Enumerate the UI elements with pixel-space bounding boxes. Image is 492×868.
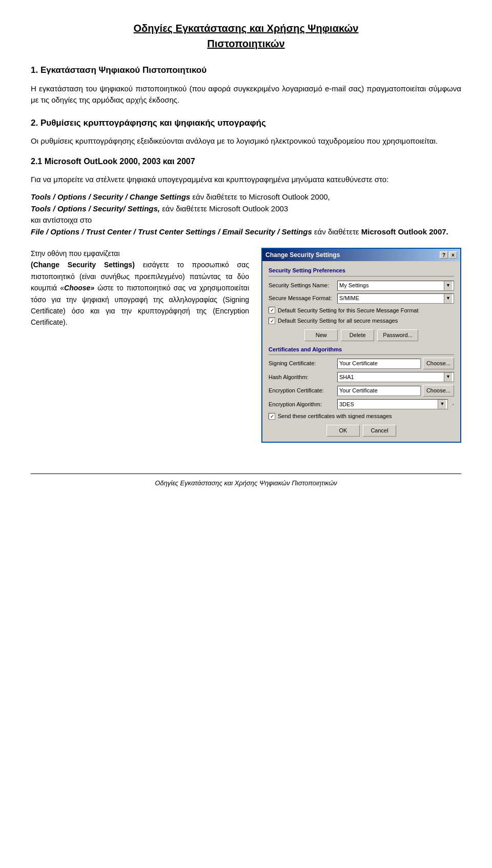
enc-algo-label: Encryption Algorithm: bbox=[269, 400, 335, 409]
dialog-title: Change Security Settings bbox=[265, 250, 340, 260]
enc-algo-row: Encryption Algorithm: 3DES ▼ · bbox=[269, 399, 454, 409]
page-footer: Οδηγίες Εγκατάστασης και Χρήσης Ψηφιακών… bbox=[31, 474, 461, 488]
dialog-titlebar: Change Security Settings ? × bbox=[262, 249, 460, 261]
dialog-checkbox3-label: Send these certificates with signed mess… bbox=[278, 412, 392, 421]
path3-bold2: Microsoft Outlook 2007. bbox=[361, 227, 448, 236]
enc-algo-value: 3DES bbox=[339, 400, 354, 409]
dialog-name-row: Security Settings Name: My Settings ▼ bbox=[269, 281, 454, 291]
footer-text: Οδηγίες Εγκατάστασης και Χρήσης Ψηφιακών… bbox=[155, 479, 337, 487]
left-column: Στην οθόνη που εμφανίζεται (Change Secur… bbox=[31, 248, 249, 334]
new-button[interactable]: New bbox=[304, 329, 338, 341]
hash-algo-dropdown[interactable]: SHA1 ▼ bbox=[337, 372, 454, 382]
left-choose-bold: Choose» bbox=[64, 284, 94, 292]
dialog-format-value: S/MIME bbox=[339, 294, 359, 303]
signing-choose-button[interactable]: Choose... bbox=[423, 358, 454, 369]
signing-cert-value: Your Certificate bbox=[339, 359, 378, 368]
dropdown-arrow-format-icon: ▼ bbox=[444, 294, 452, 303]
subsection21-title: 2.1 Microsoft OutLook 2000, 2003 και 200… bbox=[31, 155, 461, 168]
section2-title: 2. Ρυθμίσεις κρυπτογράφησης και ψηφιακής… bbox=[31, 116, 461, 130]
password-button[interactable]: Password... bbox=[377, 329, 418, 341]
signing-cert-dropdown[interactable]: Your Certificate bbox=[337, 359, 421, 369]
path-description: Tools / Options / Security / Change Sett… bbox=[31, 191, 461, 238]
hash-algo-row: Hash Algorithm: SHA1 ▼ bbox=[269, 372, 454, 382]
dialog-format-dropdown[interactable]: S/MIME ▼ bbox=[337, 293, 454, 304]
dialog-name-dropdown[interactable]: My Settings ▼ bbox=[337, 281, 454, 291]
change-security-settings-dialog: Change Security Settings ? × Security Se… bbox=[261, 248, 461, 443]
encryption-choose-button[interactable]: Choose... bbox=[423, 385, 454, 397]
dialog-name-value: My Settings bbox=[339, 281, 368, 290]
dialog-close-button[interactable]: × bbox=[449, 251, 457, 259]
dialog-checkbox1[interactable]: ✓ bbox=[269, 307, 275, 313]
path1-rest: εάν διαθέτετε το Microsoft Outlook 2000, bbox=[190, 192, 330, 201]
dialog-checkbox2-label: Default Security Setting for all secure … bbox=[278, 317, 398, 325]
encryption-cert-dropdown[interactable]: Your Certificate bbox=[337, 386, 421, 396]
left-text1: Στην οθόνη που εμφανίζεται bbox=[31, 249, 120, 258]
left-text2-bold: (Change Security Settings) bbox=[31, 261, 135, 269]
dialog-section1-title: Security Setting Preferences bbox=[269, 266, 454, 277]
enc-algo-dropdown[interactable]: 3DES ▼ bbox=[337, 399, 448, 409]
path1-bold: Tools / Options / Security / Change Sett… bbox=[31, 192, 190, 201]
encryption-cert-label: Encryption Certificate: bbox=[269, 386, 335, 395]
ok-button[interactable]: OK bbox=[326, 425, 360, 437]
dialog-help-button[interactable]: ? bbox=[440, 251, 448, 259]
dialog-body: Security Setting Preferences Security Se… bbox=[262, 261, 460, 442]
section1-title: 1. Εγκατάσταση Ψηφιακού Πιστοποιητικού bbox=[31, 64, 461, 77]
dropdown-arrow-icon: ▼ bbox=[444, 281, 452, 290]
cert-section-title: Certificates and Algorithms bbox=[269, 345, 454, 356]
cancel-button[interactable]: Cancel bbox=[363, 425, 396, 437]
section2-text: Οι ρυθμίσεις κρυπτογράφησης εξειδικεύοντ… bbox=[31, 135, 461, 147]
delete-button[interactable]: Delete bbox=[341, 329, 374, 341]
left-col-paragraph: Στην οθόνη που εμφανίζεται (Change Secur… bbox=[31, 248, 249, 328]
dialog-checkbox3[interactable]: ✓ bbox=[269, 413, 275, 420]
dialog-name-label: Security Settings Name: bbox=[269, 281, 335, 290]
path2-and: και αντίστοιχα στο bbox=[31, 215, 92, 224]
signing-cert-row: Signing Certificate: Your Certificate Ch… bbox=[269, 358, 454, 369]
right-column: Change Security Settings ? × Security Se… bbox=[261, 248, 461, 443]
path3-rest: εάν διαθέτετε bbox=[312, 227, 361, 236]
two-column-section: Στην οθόνη που εμφανίζεται (Change Secur… bbox=[31, 248, 461, 443]
dialog-checkbox3-row: ✓ Send these certificates with signed me… bbox=[269, 412, 454, 421]
dialog-format-row: Secure Message Format: S/MIME ▼ bbox=[269, 293, 454, 304]
dialog-new-delete-password-row: New Delete Password... bbox=[269, 329, 454, 341]
dialog-titlebar-buttons: ? × bbox=[440, 251, 457, 259]
path3-bold: File / Options / Trust Center / Trust Ce… bbox=[31, 227, 312, 236]
para1: Για να μπορείτε να στέλνετε ψηφιακά υπογ… bbox=[31, 174, 461, 186]
dialog-format-label: Secure Message Format: bbox=[269, 294, 335, 303]
section1-text: Η εγκατάσταση του ψηφιακού πιστοποιητικο… bbox=[31, 83, 461, 106]
dialog-ok-cancel-row: OK Cancel bbox=[269, 425, 454, 437]
encryption-cert-value: Your Certificate bbox=[339, 386, 378, 395]
dropdown-arrow-hash-icon: ▼ bbox=[444, 372, 452, 382]
signing-cert-label: Signing Certificate: bbox=[269, 359, 335, 368]
dropdown-arrow-enc-icon: ▼ bbox=[438, 400, 446, 409]
hash-algo-label: Hash Algorithm: bbox=[269, 373, 335, 382]
dialog-checkbox1-label: Default Security Setting for this Secure… bbox=[278, 306, 419, 315]
encryption-cert-row: Encryption Certificate: Your Certificate… bbox=[269, 385, 454, 397]
path2-bold: Tools / Options / Security/ Settings, bbox=[31, 204, 160, 213]
dialog-checkbox1-row: ✓ Default Security Setting for this Secu… bbox=[269, 306, 454, 315]
hash-algo-value: SHA1 bbox=[339, 373, 354, 382]
path2-rest: εάν διαθέτετε Microsoft Outlook 2003 bbox=[160, 204, 288, 213]
dialog-checkbox2-row: ✓ Default Security Setting for all secur… bbox=[269, 317, 454, 325]
main-title: Οδηγίες Εγκατάστασης και Χρήσης Ψηφιακών… bbox=[31, 21, 461, 51]
enc-algo-indicator: · bbox=[452, 399, 454, 409]
dialog-checkbox2[interactable]: ✓ bbox=[269, 318, 275, 324]
